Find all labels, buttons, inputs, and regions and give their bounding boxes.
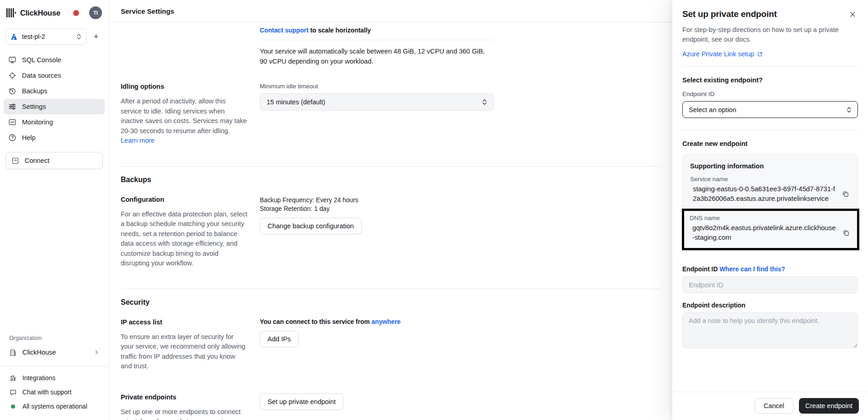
- learn-more-link[interactable]: Learn more: [121, 137, 155, 144]
- add-service-button[interactable]: +: [90, 31, 102, 43]
- backup-config-title: Configuration: [121, 196, 248, 203]
- data-sources-icon: [8, 71, 16, 80]
- copy-icon[interactable]: [841, 189, 850, 199]
- scaling-section: Contact support to scale horizontally Yo…: [121, 22, 672, 66]
- ip-access-description: To ensure an extra layer of security for…: [121, 332, 248, 372]
- idle-timeout-value: 15 minutes (default): [267, 98, 325, 106]
- divider: [682, 130, 858, 130]
- help-icon: [8, 134, 16, 142]
- sidebar-item-settings[interactable]: Settings: [4, 99, 105, 114]
- endpoint-description-label: Endpoint description: [682, 302, 858, 309]
- app-window: ClickHouse TI test-pl-2: [0, 0, 868, 420]
- dns-name-value: gqtv8o2m4k.eastus.privatelink.azure.clic…: [690, 223, 837, 242]
- private-endpoints-description: Set up one or more endpoints to connect …: [121, 407, 248, 420]
- clickhouse-logo[interactable]: ClickHouse: [6, 8, 60, 17]
- status-green-dot-icon: [11, 404, 15, 409]
- ip-access-section: IP access list To ensure an extra layer …: [121, 318, 672, 372]
- chat-bubble-icon: [9, 388, 17, 396]
- azure-icon: [11, 33, 17, 40]
- brand-name: ClickHouse: [20, 9, 60, 17]
- scale-horizontally-text: to scale horizontally: [309, 27, 371, 34]
- sql-console-icon: [8, 56, 16, 64]
- main-content: Service Settings Contact support to scal…: [109, 0, 672, 420]
- connect-from-text: You can connect to this service from: [260, 318, 371, 325]
- ip-access-title: IP access list: [121, 318, 248, 326]
- endpoint-id-input[interactable]: [682, 276, 858, 293]
- dns-name-label: DNS name: [690, 215, 851, 221]
- backups-history-icon: [8, 87, 16, 95]
- sidebar-divider: [0, 366, 108, 366]
- endpoint-id-field-label: Endpoint ID: [682, 266, 719, 273]
- auto-scale-text: Your service will automatically scale be…: [260, 46, 494, 66]
- status-text: All systems operational: [22, 403, 87, 410]
- idle-timeout-label: Minimum idle timeout: [260, 83, 494, 90]
- monitoring-chart-icon: [8, 118, 16, 126]
- where-find-link[interactable]: Where can I find this?: [719, 266, 785, 273]
- backup-config-description: For an effective data protection plan, s…: [121, 210, 248, 269]
- system-status-item[interactable]: All systems operational: [4, 399, 105, 414]
- sidebar-item-help[interactable]: Help: [4, 130, 105, 145]
- storage-retention-text: Storage Retention: 1 day: [260, 205, 494, 213]
- select-placeholder-text: Select an option: [689, 106, 736, 113]
- anywhere-link[interactable]: anywhere: [371, 318, 401, 325]
- add-ips-button[interactable]: Add IPs: [260, 331, 299, 347]
- contact-support-link[interactable]: Contact support: [260, 27, 309, 34]
- backup-configuration-section: Configuration For an effective data prot…: [121, 196, 672, 269]
- connect-button[interactable]: Connect: [5, 152, 103, 169]
- service-name: test-pl-2: [22, 33, 45, 40]
- organization-item[interactable]: ClickHouse: [4, 344, 105, 361]
- sidebar-item-integrations[interactable]: Integrations: [4, 371, 105, 385]
- organization-building-icon: [9, 349, 17, 356]
- supporting-information-card: Supporting information Service name stag…: [682, 154, 858, 251]
- idling-options-title: Idling options: [121, 83, 248, 90]
- divider: [121, 166, 660, 167]
- sidebar-item-data-sources[interactable]: Data sources: [4, 68, 105, 83]
- create-new-endpoint-title: Create new endpoint: [682, 140, 858, 147]
- clickhouse-logo-icon: [6, 8, 16, 17]
- chevron-updown-icon: [76, 33, 81, 40]
- private-endpoints-section: Private endpoints Set up one or more end…: [121, 393, 672, 420]
- sidebar-nav: SQL Console Data sources Backups: [0, 48, 108, 145]
- avatar[interactable]: TI: [89, 6, 102, 19]
- close-icon[interactable]: [847, 9, 858, 20]
- change-backup-config-button[interactable]: Change backup configuration: [260, 218, 362, 234]
- service-name-value: staging-eastus-0-0.5a631ee3-697f-45d7-87…: [690, 184, 836, 204]
- divider: [260, 40, 494, 40]
- organization-label: Organization: [0, 335, 108, 344]
- private-endpoints-title: Private endpoints: [121, 393, 248, 401]
- sidebar-item-monitoring[interactable]: Monitoring: [4, 114, 105, 130]
- cancel-button[interactable]: Cancel: [755, 398, 793, 414]
- select-existing-title: Select existing endpoint?: [682, 76, 858, 84]
- sidebar-item-chat-support[interactable]: Chat with support: [4, 385, 105, 399]
- setup-private-endpoint-panel: Set up private endpoint For step-by-step…: [672, 0, 868, 420]
- service-selector[interactable]: test-pl-2: [5, 28, 86, 45]
- page-title: Service Settings: [121, 7, 174, 15]
- panel-description: For step-by-step directions on how to se…: [682, 25, 858, 44]
- supporting-information-title: Supporting information: [690, 162, 850, 170]
- create-endpoint-button[interactable]: Create endpoint: [799, 398, 859, 414]
- azure-private-link-setup-link[interactable]: Azure Private Link setup: [682, 50, 754, 58]
- dns-name-highlight: DNS name gqtv8o2m4k.eastus.privatelink.a…: [682, 209, 859, 250]
- sidebar-item-sql-console[interactable]: SQL Console: [4, 52, 105, 68]
- alert-dot: [73, 10, 79, 16]
- settings-sliders-icon: [8, 102, 16, 111]
- sidebar: ClickHouse TI test-pl-2: [0, 0, 109, 420]
- chevron-updown-icon: [482, 99, 487, 105]
- copy-icon[interactable]: [841, 228, 851, 237]
- setup-private-endpoint-button[interactable]: Set up private endpoint: [260, 393, 343, 410]
- organization-name: ClickHouse: [22, 349, 56, 356]
- idling-description: After a period of inactivity, allow this…: [121, 97, 247, 135]
- external-link-icon: [757, 51, 763, 57]
- endpoint-id-label: Endpoint ID: [682, 91, 858, 97]
- sidebar-item-backups[interactable]: Backups: [4, 83, 105, 99]
- backups-section-title: Backups: [121, 176, 672, 184]
- idling-options-section: Idling options After a period of inactiv…: [121, 83, 672, 146]
- endpoint-description-textarea[interactable]: [682, 312, 858, 348]
- divider: [121, 289, 660, 289]
- backup-frequency-text: Backup Frequency: Every 24 hours: [260, 196, 494, 205]
- integrations-puzzle-icon: [9, 374, 17, 382]
- idle-timeout-select[interactable]: 15 minutes (default): [260, 93, 494, 111]
- chevron-right-icon: [94, 350, 99, 355]
- divider: [682, 66, 858, 67]
- existing-endpoint-select[interactable]: Select an option: [682, 101, 858, 118]
